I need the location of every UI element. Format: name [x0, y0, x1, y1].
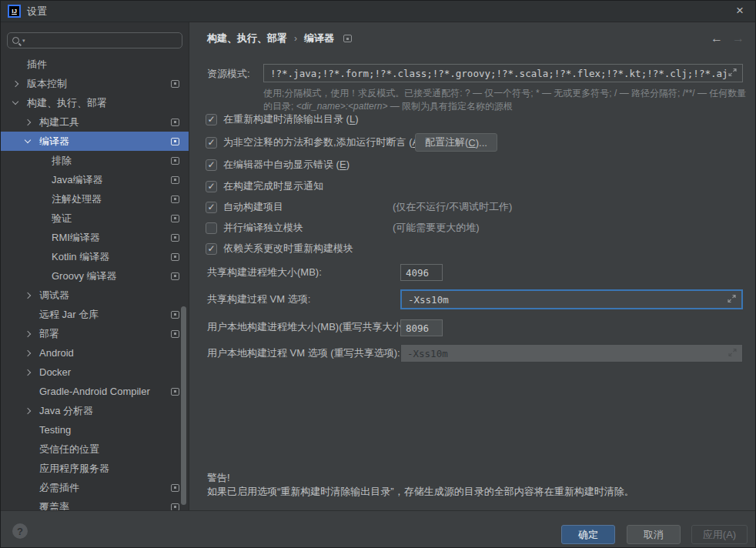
- resource-pattern-help: 使用;分隔模式，使用！求反模式。已接受通配符: ? — 仅一个符号; * — 无…: [263, 87, 747, 113]
- sidebar-item[interactable]: Kotlin 编译器: [1, 247, 189, 266]
- user-vm-input[interactable]: -Xss10m: [400, 344, 743, 363]
- chevron-right-icon[interactable]: [24, 370, 39, 375]
- chevron-down-icon[interactable]: [24, 140, 39, 142]
- sidebar-item[interactable]: 必需插件: [1, 478, 189, 497]
- sidebar-item[interactable]: Java编译器: [1, 170, 189, 189]
- checkbox[interactable]: ✓: [206, 181, 217, 192]
- chevron-right-icon[interactable]: [24, 293, 39, 298]
- sidebar-item[interactable]: 版本控制: [1, 74, 189, 93]
- search-input[interactable]: [25, 34, 182, 47]
- checkbox-row-clear-output: ✓ 在重新构建时清除输出目录 (L): [206, 112, 359, 126]
- checkbox-label: 依赖关系更改时重新构建模块: [223, 242, 353, 256]
- sidebar-item-label: 插件: [27, 58, 47, 72]
- sidebar-item-label: 调试器: [39, 289, 69, 302]
- chevron-down-icon[interactable]: [12, 102, 27, 104]
- checkmark-icon: ✓: [207, 244, 215, 253]
- sidebar-item[interactable]: 远程 Jar 仓库: [1, 305, 189, 324]
- sidebar-item-label: 远程 Jar 仓库: [39, 308, 99, 322]
- sidebar-item[interactable]: 编译器: [1, 132, 189, 151]
- close-icon[interactable]: ×: [723, 1, 756, 22]
- sidebar-item[interactable]: Testing: [1, 420, 189, 439]
- search-icon: [12, 37, 19, 44]
- shared-heap-label: 共享构建进程堆大小(MB):: [207, 266, 322, 279]
- sidebar-item[interactable]: 排除: [1, 151, 189, 170]
- sidebar-item[interactable]: Groovy 编译器: [1, 266, 189, 286]
- sidebar-item[interactable]: 验证: [1, 209, 189, 228]
- sidebar-item[interactable]: 调试器: [1, 286, 189, 305]
- sidebar-scrollbar-thumb[interactable]: [181, 306, 186, 505]
- sidebar-item[interactable]: 插件: [1, 55, 189, 74]
- screen-options-icon: [171, 253, 179, 261]
- screen-options-icon: [171, 80, 179, 88]
- sidebar-item[interactable]: RMI编译器: [1, 228, 189, 247]
- sidebar-item-label: Java编译器: [52, 173, 102, 187]
- intellij-logo-icon: IJ: [8, 5, 21, 18]
- resource-pattern-label: 资源模式:: [207, 67, 250, 81]
- sidebar-item[interactable]: 受信任的位置: [1, 439, 189, 459]
- breadcrumb-parent[interactable]: 构建、执行、部署: [207, 32, 287, 45]
- shared-vm-label: 共享构建过程 VM 选项:: [207, 292, 310, 306]
- sidebar-item[interactable]: 部署: [1, 324, 189, 343]
- cancel-button[interactable]: 取消: [627, 525, 681, 544]
- settings-dialog: IJ 设置 × ▾ 插件版本控制构建、执行、部署构建工具编译器排除Java编译器…: [0, 0, 756, 548]
- checkbox-label: 在编辑器中自动显示错误 (E): [223, 158, 350, 172]
- ok-button[interactable]: 确定: [561, 525, 615, 544]
- help-icon[interactable]: ?: [12, 523, 28, 539]
- checkbox-row-assertions: ✓ 为非空注释的方法和参数,添加运行时断言 (A): [206, 135, 423, 149]
- search-box[interactable]: ▾: [7, 32, 182, 48]
- sidebar-item[interactable]: 应用程序服务器: [1, 459, 189, 478]
- chevron-right-icon[interactable]: [24, 351, 39, 356]
- expand-field-icon[interactable]: [728, 68, 737, 79]
- screen-options-icon: [171, 176, 179, 184]
- sidebar-item[interactable]: Android: [1, 343, 189, 363]
- sidebar-item-label: 注解处理器: [52, 192, 102, 206]
- screen-options-icon: [171, 272, 179, 280]
- sidebar-item-label: 排除: [52, 154, 72, 168]
- screen-options-icon: [171, 157, 179, 165]
- sidebar-item-label: 版本控制: [27, 77, 67, 91]
- checkbox-row-notify: ✓ 在构建完成时显示通知: [206, 179, 323, 193]
- chevron-right-icon[interactable]: [24, 120, 39, 125]
- chevron-right-icon[interactable]: [24, 332, 39, 336]
- checkbox[interactable]: ✓: [206, 243, 217, 255]
- checkbox-label: 在构建完成时显示通知: [223, 179, 323, 193]
- checkbox[interactable]: ✓: [206, 114, 217, 125]
- checkbox[interactable]: ✓: [206, 137, 217, 149]
- sidebar-item[interactable]: Java 分析器: [1, 401, 189, 420]
- title-bar: IJ 设置 ×: [1, 1, 756, 22]
- user-heap-input[interactable]: [400, 319, 443, 336]
- sidebar-item[interactable]: Gradle-Android Compiler: [1, 382, 189, 401]
- sidebar-item-label: 应用程序服务器: [39, 462, 109, 476]
- user-heap-label: 用户本地构建进程堆大小(MB)(重写共享大小):: [207, 320, 408, 334]
- screen-options-icon: [171, 503, 179, 511]
- expand-field-icon[interactable]: [728, 294, 736, 306]
- screen-options-icon[interactable]: [343, 35, 352, 42]
- chevron-right-icon[interactable]: [24, 409, 39, 413]
- warning-text: 如果已启用选项“重新构建时清除输出目录”，存储生成源的目录的全部内容将在重新构建…: [207, 485, 634, 499]
- sidebar-item-label: 必需插件: [39, 481, 79, 495]
- checkbox[interactable]: ✓: [206, 202, 217, 213]
- checkbox-label: 在重新构建时清除输出目录 (L): [223, 112, 359, 126]
- shared-vm-input[interactable]: -Xss10m: [400, 289, 743, 309]
- checkbox[interactable]: [206, 222, 217, 234]
- expand-field-icon[interactable]: [728, 348, 737, 359]
- checkbox-label: 为非空注释的方法和参数,添加运行时断言 (A): [223, 135, 423, 149]
- back-arrow-icon[interactable]: ←: [711, 31, 723, 46]
- sidebar-item[interactable]: 构建工具: [1, 112, 189, 132]
- resource-pattern-field[interactable]: !?*.java;!?*.form;!?*.class;!?*.groovy;!…: [263, 64, 743, 82]
- warning-title: 警告!: [207, 471, 634, 485]
- sidebar-item-label: Docker: [39, 366, 71, 378]
- screen-options-icon: [171, 138, 179, 145]
- sidebar-item-label: 验证: [52, 212, 72, 226]
- sidebar-item[interactable]: 注解处理器: [1, 189, 189, 209]
- sidebar-item[interactable]: Docker: [1, 363, 189, 382]
- settings-sidebar: ▾ 插件版本控制构建、执行、部署构建工具编译器排除Java编译器注解处理器验证R…: [1, 22, 189, 510]
- sidebar-item[interactable]: 覆盖率: [1, 497, 189, 510]
- sidebar-item[interactable]: 构建、执行、部署: [1, 93, 189, 112]
- sidebar-item-label: RMI编译器: [52, 231, 100, 245]
- checkmark-icon: ✓: [207, 182, 215, 191]
- shared-heap-input[interactable]: [400, 264, 443, 281]
- checkbox[interactable]: ✓: [206, 159, 217, 171]
- chevron-right-icon[interactable]: [12, 82, 27, 86]
- configure-annotations-button[interactable]: 配置注解(C)...: [415, 133, 497, 152]
